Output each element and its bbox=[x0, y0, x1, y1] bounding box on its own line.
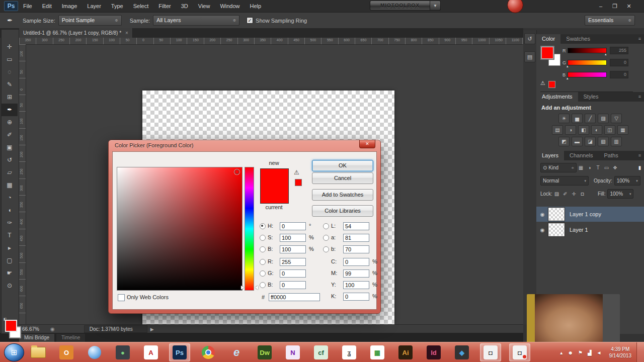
layer-visibility-eye-icon[interactable]: ◉ bbox=[536, 212, 548, 217]
gamut-color-chip[interactable] bbox=[295, 179, 302, 186]
taskbar-dreamweaver[interactable]: Dw bbox=[255, 344, 275, 361]
brush-tool[interactable]: ✐ bbox=[2, 129, 18, 141]
taskbar-illustrator[interactable]: Ai bbox=[395, 344, 416, 361]
lasso-tool[interactable]: ◌ bbox=[2, 66, 18, 78]
tray-clock[interactable]: 4:39 PM 9/14/2013 bbox=[609, 346, 632, 359]
hue-saturation-icon[interactable]: ▤ bbox=[552, 125, 563, 135]
taskbar-camera-app[interactable]: ◘ bbox=[480, 343, 501, 361]
hand-tool[interactable]: ☛ bbox=[2, 267, 18, 280]
menu-filter[interactable]: Filter bbox=[153, 0, 176, 12]
invert-icon[interactable]: ◩ bbox=[558, 137, 570, 146]
eyedropper-tool-icon[interactable]: ✒ bbox=[7, 17, 13, 24]
slider-value-b[interactable]: 0 bbox=[610, 71, 628, 78]
filter-shape-layers-icon[interactable]: ▭ bbox=[602, 165, 611, 170]
zoom-level[interactable]: 66.67% bbox=[22, 326, 39, 332]
lock-pixels-icon[interactable]: ✐ bbox=[561, 191, 570, 197]
radio-a[interactable] bbox=[323, 235, 329, 241]
menu-image[interactable]: Image bbox=[57, 0, 83, 12]
radio-s[interactable] bbox=[260, 235, 266, 241]
adjustments-tab-adjustments[interactable]: Adjustments bbox=[536, 92, 578, 102]
start-button[interactable]: ⊞ bbox=[4, 343, 24, 361]
color-tab-swatches[interactable]: Swatches bbox=[560, 34, 596, 44]
history-brush-tool[interactable]: ↺ bbox=[2, 154, 18, 166]
slider-value-r[interactable]: 255 bbox=[610, 47, 628, 54]
tray-action-center-icon[interactable]: ⚑ bbox=[578, 350, 583, 355]
lock-transparent-icon[interactable]: ▨ bbox=[552, 191, 561, 197]
panel-menu-icon[interactable]: ≡ bbox=[638, 92, 644, 102]
menu-select[interactable]: Select bbox=[128, 0, 154, 12]
menu-3d[interactable]: 3D bbox=[176, 0, 193, 12]
show-desktop-button[interactable] bbox=[636, 342, 644, 362]
sample-dropdown[interactable]: All Layers≑ bbox=[153, 15, 239, 26]
tray-expand-icon[interactable]: ▴ bbox=[560, 350, 562, 355]
menu-file[interactable]: File bbox=[18, 0, 37, 12]
layer-row[interactable]: ◉Layer 1 copy bbox=[536, 207, 644, 222]
radio-h[interactable] bbox=[260, 223, 266, 229]
vibrance-icon[interactable]: ▽ bbox=[611, 114, 622, 123]
photo-filter-icon[interactable]: ◐ bbox=[591, 125, 602, 135]
radio-r[interactable] bbox=[260, 259, 266, 265]
threshold-icon[interactable]: ◪ bbox=[585, 137, 596, 146]
menu-help[interactable]: Help bbox=[245, 0, 267, 12]
taskbar-internet-explorer[interactable]: e bbox=[226, 344, 247, 361]
adjustments-tab-styles[interactable]: Styles bbox=[578, 92, 604, 102]
status-flyout-icon[interactable]: ▶ bbox=[150, 327, 154, 332]
layers-tab-paths[interactable]: Paths bbox=[599, 151, 624, 160]
color-lookup-icon[interactable]: ▦ bbox=[617, 125, 628, 135]
color-balance-icon[interactable]: ◑ bbox=[565, 125, 576, 135]
gamut-warning-icon[interactable]: ⚠ bbox=[294, 169, 299, 176]
selective-color-icon[interactable]: ▥ bbox=[611, 137, 622, 146]
taskbar-indesign[interactable]: Id bbox=[424, 344, 444, 361]
field-input-right-4[interactable] bbox=[343, 269, 369, 278]
curves-icon[interactable]: ╱ bbox=[585, 114, 596, 123]
filter-type-layers-icon[interactable]: T bbox=[594, 165, 602, 170]
layer-filter-toggle[interactable]: ▮ bbox=[635, 165, 644, 170]
gamut-warning-icon[interactable]: ⚠ bbox=[540, 80, 545, 86]
spot-healing-brush-tool[interactable]: ⊕ bbox=[2, 116, 18, 129]
minimize-button[interactable]: – bbox=[594, 0, 608, 12]
blur-tool[interactable]: ◔ bbox=[2, 192, 18, 204]
properties-panel-icon[interactable]: ▤ bbox=[524, 51, 535, 62]
opacity-value[interactable]: 100%▾ bbox=[614, 176, 640, 186]
layer-visibility-eye-icon[interactable]: ◉ bbox=[536, 227, 548, 233]
taskbar-photoshop[interactable]: Ps bbox=[169, 343, 190, 361]
dodge-tool[interactable]: ◖ bbox=[2, 204, 18, 217]
menu-window[interactable]: Window bbox=[215, 0, 245, 12]
exposure-icon[interactable]: ▨ bbox=[598, 114, 609, 123]
taskbar-gem-app[interactable]: ◆ bbox=[452, 344, 472, 361]
gamut-color-chip[interactable] bbox=[548, 81, 555, 88]
document-tab-close-icon[interactable]: × bbox=[125, 30, 128, 36]
saturation-brightness-field[interactable] bbox=[117, 167, 243, 291]
slider-value-g[interactable]: 0 bbox=[610, 59, 628, 66]
taskbar-webcam-utility[interactable]: ● bbox=[113, 344, 133, 361]
radio-l[interactable] bbox=[323, 223, 329, 229]
color-slider-g[interactable] bbox=[568, 60, 607, 65]
rectangle-tool[interactable]: ▢ bbox=[2, 254, 18, 267]
levels-icon[interactable]: ▅ bbox=[572, 114, 583, 123]
foreground-color-swatch[interactable] bbox=[5, 320, 17, 332]
restore-button[interactable]: ❐ bbox=[608, 0, 622, 12]
crop-tool[interactable]: ⊞ bbox=[2, 91, 18, 104]
hex-input[interactable] bbox=[269, 293, 320, 301]
tray-volume-icon[interactable]: ◄ bbox=[597, 350, 602, 355]
gradient-tool[interactable]: ▦ bbox=[2, 179, 18, 192]
field-input-left-3[interactable] bbox=[280, 258, 306, 266]
tab-timeline[interactable]: Timeline bbox=[56, 334, 85, 342]
field-input-right-2[interactable] bbox=[343, 245, 369, 253]
tray-network-icon[interactable]: ▟ bbox=[588, 350, 592, 355]
field-input-right-1[interactable] bbox=[343, 234, 369, 242]
lock-all-icon[interactable]: ◘ bbox=[578, 191, 587, 197]
field-input-right-5[interactable] bbox=[343, 281, 369, 289]
ok-button[interactable]: OK bbox=[312, 160, 373, 171]
panel-menu-icon[interactable]: ≡ bbox=[638, 34, 644, 44]
color-libraries-button[interactable]: Color Libraries bbox=[312, 205, 373, 217]
document-tab[interactable]: Untitled-1 @ 66.7% (Layer 1 copy, RGB/8)… bbox=[19, 28, 133, 38]
tray-user-icon[interactable]: ☻ bbox=[568, 350, 573, 355]
layer-thumbnail[interactable] bbox=[548, 223, 565, 236]
kind-filter-dropdown[interactable]: ⊙ Kind≑ bbox=[540, 163, 577, 172]
filter-pixel-layers-icon[interactable]: ▦ bbox=[577, 165, 585, 170]
workspace-dropdown[interactable]: Essentials≑ bbox=[585, 15, 635, 26]
gradient-map-icon[interactable]: ▧ bbox=[598, 137, 609, 146]
cancel-button[interactable]: Cancel bbox=[312, 172, 373, 184]
quick-selection-tool[interactable]: ✎ bbox=[2, 78, 18, 91]
